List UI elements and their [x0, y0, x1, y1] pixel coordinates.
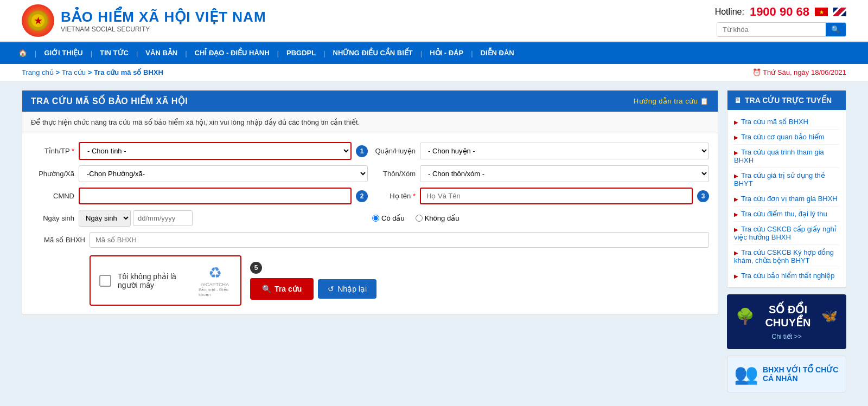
nav-dien-dan[interactable]: DIỄN ĐÀN [473, 42, 522, 64]
sidebar-link-1[interactable]: Tra cứu cơ quan bảo hiểm [734, 130, 839, 145]
svg-text:★: ★ [34, 16, 42, 25]
nav-home[interactable]: 🏠 [11, 42, 35, 64]
tree-icon: 🌳 [736, 307, 755, 325]
quan-huyen-row: Quận/Huyện - Chon huyện - [372, 142, 709, 160]
tinh-tp-select[interactable]: - Chon tinh - [79, 142, 352, 160]
phuong-xa-select[interactable]: -Chon Phường/xã- [79, 165, 368, 182]
home-icon: 🏠 [18, 49, 27, 57]
search-icon: 🔍 [262, 285, 271, 293]
buttons-group: 🔍 Tra cứu ↺ Nhập lại [250, 278, 376, 300]
logo-icon: ★ [22, 4, 54, 37]
breadcrumb-home[interactable]: Trang chủ [22, 68, 54, 76]
people-icon: 👥 [734, 363, 758, 385]
cmnd-label: CMND [31, 192, 74, 200]
refresh-icon: ↺ [328, 285, 334, 293]
nav-tin-tuc[interactable]: TIN TỨC [92, 42, 136, 64]
sidebar-link-5[interactable]: Tra cứu điểm thu, đại lý thu [734, 207, 839, 222]
sidebar: 🖥 TRA CỨU TRỰC TUYẾN Tra cứu mã số BHXH … [727, 90, 846, 392]
sidebar-links: Tra cứu mã số BHXH Tra cứu cơ quan bảo h… [727, 110, 846, 287]
search-box: 🔍 [717, 22, 846, 37]
hotline-number: 1900 90 68 [750, 5, 809, 19]
step-3-indicator: 3 [697, 190, 709, 202]
banner1-title: SỐ ĐỔI CHUYỂN [759, 303, 817, 329]
nav-van-ban[interactable]: VĂN BẢN [138, 42, 185, 64]
header: ★ BẢO HIỂM XÃ HỘI VIỆT NAM VIETNAM SOCIA… [0, 0, 868, 42]
search-button[interactable]: 🔍 [826, 23, 846, 36]
sidebar-link-0[interactable]: Tra cứu mã số BHXH [734, 114, 839, 130]
recaptcha-links: Bảo mật - Điều khoản [199, 287, 232, 297]
breadcrumb-bar: Trang chủ > Tra cứu > Tra cứu mã số BHXH… [0, 64, 868, 81]
sidebar-title: TRA CỨU TRỰC TUYẾN [745, 96, 832, 105]
breadcrumb-current: Tra cứu mã số BHXH [94, 68, 163, 76]
sidebar-link-3[interactable]: Tra cứu giá trị sử dụng thẻ BHYT [734, 168, 839, 191]
ngay-sinh-select[interactable]: Ngày sinh [79, 210, 131, 227]
hotline-label: Hotline: [715, 7, 744, 17]
form-body: Tỉnh/TP * - Chon tinh - 1 Quận/Huyện - C… [22, 133, 718, 314]
cmnd-row: CMND 2 [31, 188, 368, 204]
search-button[interactable]: 🔍 Tra cứu [250, 278, 314, 300]
nav-gioi-thieu[interactable]: GIỚI THIỆU [36, 42, 90, 64]
khong-dau-radio[interactable]: Không dấu [416, 214, 459, 222]
breadcrumb: Trang chủ > Tra cứu > Tra cứu mã số BHXH [22, 68, 163, 76]
co-dau-radio[interactable]: Có dấu [372, 214, 405, 222]
site-subtitle: VIETNAM SOCIAL SECURITY [61, 25, 266, 33]
form-description: Để thực hiện chức năng tra cứu mã số bảo… [22, 112, 718, 133]
ngay-sinh-label: Ngày sinh [31, 214, 74, 222]
monitor-icon: 🖥 [734, 96, 742, 105]
nav-chi-dao[interactable]: CHỈ ĐẠO - ĐIỀU HÀNH [187, 42, 277, 64]
ma-so-bhxh-label: Mã số BHXH [31, 236, 85, 244]
sidebar-panel: 🖥 TRA CỨU TRỰC TUYẾN Tra cứu mã số BHXH … [727, 90, 846, 288]
ngay-sinh-input[interactable] [133, 210, 193, 226]
sidebar-link-7[interactable]: Tra cứu CSKCB Ký hợp đồng khám, chữa bện… [734, 245, 839, 268]
captcha-box: Tôi không phải là người máy ♻ reCAPTCHA … [90, 255, 241, 306]
banner1-detail-link[interactable]: Chi tiết >> [771, 333, 801, 340]
butterfly-icon: 🦋 [821, 308, 838, 324]
radio-row: Có dấu Không dấu [372, 210, 709, 227]
sidebar-header: 🖥 TRA CỨU TRỰC TUYẾN [727, 91, 846, 110]
phuong-xa-row: Phường/Xã -Chon Phường/xã- [31, 165, 368, 182]
recaptcha-icon: ♻ [208, 264, 222, 282]
step-5-indicator: 5 [250, 262, 262, 274]
banner2-title: BHXH VỚI TỔ CHỨC CÁ NHÂN [763, 365, 839, 383]
guide-link[interactable]: Hướng dẫn tra cứu 📋 [634, 97, 709, 105]
breadcrumb-tra-cuu[interactable]: Tra cứu [62, 68, 86, 76]
ho-ten-row: Họ tên * 3 [372, 188, 709, 204]
form-panel-header: TRA CỨU MÃ SỐ BẢO HIỂM XÃ HỘI Hướng dẫn … [22, 91, 718, 112]
sidebar-link-8[interactable]: Tra cứu bảo hiểm thất nghiệp [734, 268, 839, 283]
captcha-checkbox[interactable] [99, 275, 111, 287]
ho-ten-label: Họ tên * [372, 192, 416, 200]
date-group: Ngày sinh [79, 210, 193, 227]
nav-hoi-dap[interactable]: HỎI - ĐÁP [422, 42, 471, 64]
captcha-logo: ♻ reCAPTCHA Bảo mật - Điều khoản [199, 264, 232, 297]
logo-text: BẢO HIỂM XÃ HỘI VIỆT NAM VIETNAM SOCIAL … [61, 9, 266, 33]
reset-button[interactable]: ↺ Nhập lại [318, 279, 376, 299]
ho-ten-input[interactable] [420, 188, 693, 204]
nav-pbgdpl[interactable]: PBGDPL [279, 42, 323, 64]
header-left: ★ BẢO HIỂM XÃ HỘI VIỆT NAM VIETNAM SOCIA… [22, 4, 266, 37]
tinh-tp-label: Tỉnh/TP * [31, 147, 74, 155]
step-2-indicator: 2 [356, 190, 368, 202]
step-1-indicator: 1 [356, 145, 368, 157]
dau-radio-group: Có dấu Không dấu [372, 214, 459, 222]
captcha-buttons-row: Tôi không phải là người máy ♻ reCAPTCHA … [31, 255, 709, 306]
thon-xom-select[interactable]: - Chon thôn/xóm - [420, 165, 709, 182]
ma-so-bhxh-input[interactable] [90, 232, 709, 248]
form-title: TRA CỨU MÃ SỐ BẢO HIỂM XÃ HỘI [31, 96, 188, 106]
quan-huyen-label: Quận/Huyện [372, 147, 416, 155]
content-area: TRA CỨU MÃ SỐ BẢO HIỂM XÃ HỘI Hướng dẫn … [22, 90, 718, 315]
form-panel: TRA CỨU MÃ SỐ BẢO HIỂM XÃ HỘI Hướng dẫn … [22, 90, 718, 315]
cmnd-input[interactable] [79, 188, 352, 204]
tinh-tp-row: Tỉnh/TP * - Chon tinh - 1 [31, 142, 368, 160]
main-layout: TRA CỨU MÃ SỐ BẢO HIỂM XÃ HỘI Hướng dẫn … [0, 81, 868, 401]
date-display: ⏰ Thứ Sáu, ngày 18/06/2021 [752, 68, 846, 76]
nav-nhung-dieu[interactable]: NHỮNG ĐIỀU CẦN BIẾT [326, 42, 420, 64]
flag-vn-icon [815, 8, 828, 16]
quan-huyen-select[interactable]: - Chon huyện - [420, 143, 709, 159]
recaptcha-label: reCAPTCHA [201, 282, 229, 287]
sidebar-banner-2: 👥 BHXH VỚI TỔ CHỨC CÁ NHÂN [727, 356, 846, 392]
search-input[interactable] [717, 23, 826, 36]
sidebar-link-2[interactable]: Tra cứu quá trình tham gia BHXH [734, 145, 839, 168]
sidebar-link-6[interactable]: Tra cứu CSKCB cấp giấy nghỉ việc hưởng B… [734, 222, 839, 245]
sidebar-link-4[interactable]: Tra cứu đơn vị tham gia BHXH [734, 191, 839, 207]
thon-xom-row: Thôn/Xóm - Chon thôn/xóm - [372, 165, 709, 182]
